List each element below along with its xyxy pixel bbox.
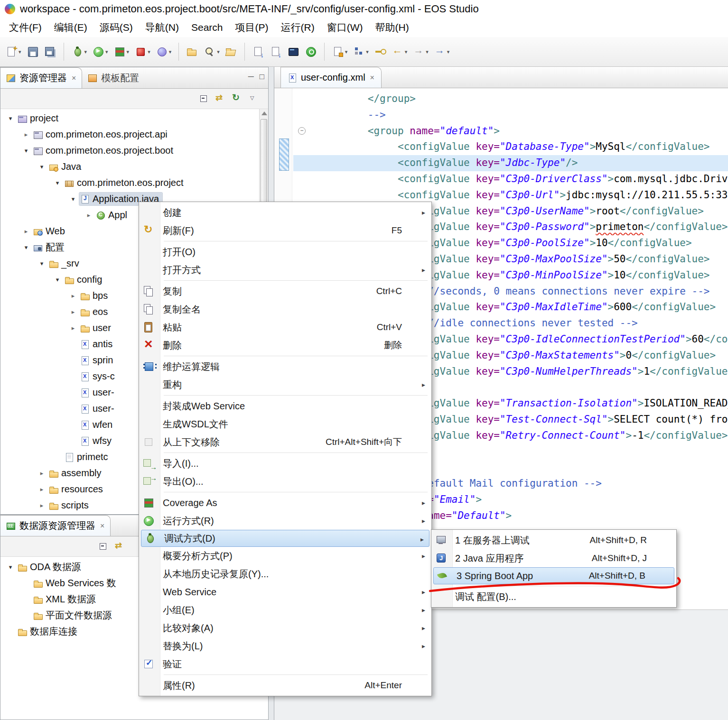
menu-编辑(E)[interactable]: 编辑(E): [48, 19, 93, 36]
menu-运行(R)[interactable]: 运行(R): [275, 19, 321, 36]
tree-item-content[interactable]: scripts: [48, 499, 92, 512]
collapse-arrow-icon[interactable]: ▾: [51, 276, 64, 283]
back-button[interactable]: ▾: [390, 45, 409, 59]
profile-button[interactable]: ▾: [154, 45, 173, 59]
menu-item-从本地历史记录复原(Y)...[interactable]: 从本地历史记录复原(Y)...: [140, 565, 430, 583]
tree-item-content[interactable]: sprin: [79, 354, 116, 367]
scroll-up-icon[interactable]: [261, 111, 267, 115]
tree-item-content[interactable]: eos: [79, 305, 111, 318]
tree-item-content[interactable]: assembly: [48, 467, 104, 480]
expand-arrow-icon[interactable]: ▸: [83, 212, 95, 219]
tree-item-content[interactable]: bps: [79, 289, 111, 302]
menu-item-生成WSDL文件[interactable]: 生成WSDL文件: [140, 415, 430, 433]
tree-item-content[interactable]: user-: [79, 402, 118, 415]
explorer-item-com.primeton.eos.project[interactable]: ▾com.primeton.eos.project: [0, 175, 268, 191]
coverage-button[interactable]: ▾: [112, 45, 131, 59]
save-all-button[interactable]: [43, 45, 58, 59]
run-button[interactable]: ▾: [91, 45, 110, 59]
search-button[interactable]: ▾: [202, 45, 221, 59]
open-resource-button[interactable]: [224, 45, 239, 59]
tree-item-content[interactable]: Web Services 数: [32, 576, 120, 591]
tree-item-content[interactable]: com.primeton.eos.project.boot: [32, 144, 177, 157]
run-external-tools-button[interactable]: ▾: [133, 45, 152, 59]
menu-item-调试 配置(B)...[interactable]: 调试 配置(B)...: [432, 588, 675, 606]
tree-item-content[interactable]: Appl: [95, 209, 131, 222]
menu-item-粘贴[interactable]: 粘贴Ctrl+V: [140, 318, 430, 336]
collapse-arrow-icon[interactable]: ▾: [36, 163, 48, 170]
dropdown-caret-icon[interactable]: ▾: [105, 49, 108, 55]
dropdown-caret-icon[interactable]: ▾: [84, 49, 87, 55]
menu-item-调试方式(D)[interactable]: 调试方式(D)▸: [141, 530, 429, 547]
tree-item-content[interactable]: user: [79, 322, 114, 334]
menu-item-2 Java 应用程序[interactable]: 2 Java 应用程序Alt+Shift+D, J: [432, 549, 675, 567]
collapse-all-icon[interactable]: [98, 541, 111, 552]
menu-item-替换为(L)[interactable]: 替换为(L)▸: [140, 637, 430, 655]
tree-item-content[interactable]: 数据库连接: [17, 624, 81, 639]
tree-item-content[interactable]: wfen: [79, 418, 116, 431]
expand-arrow-icon[interactable]: ▸: [20, 131, 32, 138]
menu-文件(F)[interactable]: 文件(F): [3, 19, 48, 36]
tab-datasource-explorer[interactable]: 数据源资源管理器 ×: [0, 515, 111, 536]
close-icon[interactable]: ×: [370, 74, 374, 82]
forward-button[interactable]: ▾: [411, 45, 430, 59]
code-line[interactable]: <configValue key="C3p0-DriverClass">com.…: [293, 171, 728, 187]
tree-item-content[interactable]: XML 数据源: [32, 592, 99, 607]
dropdown-caret-icon[interactable]: ▾: [366, 49, 369, 55]
refresh-view-icon[interactable]: [231, 93, 243, 104]
code-line[interactable]: <group name="default">: [293, 123, 728, 139]
dropdown-caret-icon[interactable]: ▾: [217, 49, 220, 55]
tree-item-content[interactable]: 配置: [32, 240, 68, 255]
code-line[interactable]: <configValue key="C3p0-Url">jdbc:mysql:/…: [293, 187, 728, 203]
collapse-arrow-icon[interactable]: ▾: [4, 563, 17, 571]
menu-item-导出(O)...[interactable]: 导出(O)...: [140, 472, 430, 490]
tree-item-content[interactable]: sys-c: [79, 370, 118, 383]
code-line[interactable]: <configValue key="Jdbc-Type"/>: [293, 155, 728, 171]
expand-arrow-icon[interactable]: ▸: [67, 324, 79, 332]
tree-item-content[interactable]: antis: [79, 338, 116, 351]
save-button[interactable]: [25, 45, 40, 59]
menu-item-比较对象(A)[interactable]: 比较对象(A)▸: [140, 619, 430, 637]
menu-项目(P)[interactable]: 项目(P): [229, 19, 275, 36]
collapse-arrow-icon[interactable]: ▾: [36, 260, 48, 267]
close-icon[interactable]: ×: [72, 74, 76, 83]
tree-item-content[interactable]: project: [17, 112, 62, 125]
code-line[interactable]: <configValue key="Database-Type">MySql</…: [293, 139, 728, 155]
explorer-item-project[interactable]: ▾project: [0, 110, 268, 126]
menu-item-重构[interactable]: 重构▸: [140, 376, 430, 394]
menu-帮助(H)[interactable]: 帮助(H): [369, 19, 415, 36]
annotations-button[interactable]: ▾: [330, 45, 349, 59]
menu-Search[interactable]: Search: [185, 20, 229, 35]
expand-arrow-icon[interactable]: ▸: [36, 486, 48, 493]
tree-item-content[interactable]: wfsy: [79, 434, 115, 447]
tree-item-content[interactable]: ODA 数据源: [17, 560, 84, 574]
menu-item-属性(R)[interactable]: 属性(R)Alt+Enter: [140, 676, 430, 694]
tab-template-config[interactable]: 模板配置: [82, 67, 145, 88]
menu-item-复制全名[interactable]: 复制全名: [140, 300, 430, 318]
tree-item-content[interactable]: config: [64, 273, 105, 286]
console-button[interactable]: [286, 45, 301, 59]
expand-arrow-icon[interactable]: ▸: [20, 228, 32, 235]
dropdown-caret-icon[interactable]: ▾: [426, 49, 429, 55]
code-line[interactable]: -->: [293, 107, 728, 123]
tree-item-content[interactable]: 平面文件数据源: [32, 608, 115, 623]
code-line[interactable]: </group>: [293, 91, 728, 107]
menu-item-小组(E)[interactable]: 小组(E)▸: [140, 601, 430, 619]
dropdown-caret-icon[interactable]: ▾: [127, 49, 130, 55]
menu-item-导入(I)...[interactable]: 导入(I)...: [140, 454, 430, 472]
dropdown-caret-icon[interactable]: ▾: [19, 49, 21, 55]
tree-item-content[interactable]: primetc: [64, 451, 112, 463]
maximize-icon[interactable]: □: [260, 72, 264, 82]
expand-arrow-icon[interactable]: ▸: [67, 308, 79, 315]
close-icon[interactable]: ×: [100, 522, 104, 530]
menu-item-打开方式[interactable]: 打开方式▸: [140, 261, 430, 279]
view-menu-icon[interactable]: [247, 93, 260, 104]
debug-button[interactable]: ▾: [70, 45, 89, 59]
mark-occurrences-button[interactable]: [373, 45, 388, 59]
menu-item-删除[interactable]: 删除删除: [140, 336, 430, 354]
explorer-item-com.primeton.eos.project.boot[interactable]: ▾com.primeton.eos.project.boot: [0, 142, 268, 158]
go-to-next-button[interactable]: ▾: [432, 45, 451, 59]
menu-item-概要分析方式(P)[interactable]: 概要分析方式(P)▸: [140, 547, 430, 565]
collapse-arrow-icon[interactable]: ▾: [4, 115, 17, 122]
tree-item-content[interactable]: resources: [48, 483, 106, 496]
tab-user-config-xml[interactable]: user-config.xml ×: [280, 67, 382, 88]
